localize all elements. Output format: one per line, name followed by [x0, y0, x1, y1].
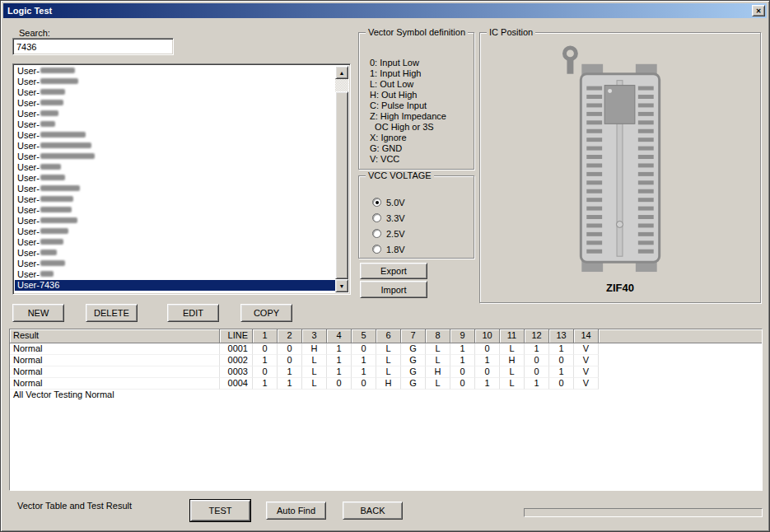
list-item[interactable]: User- — [15, 184, 335, 194]
column-header[interactable]: 7 — [401, 329, 426, 343]
column-header[interactable]: 14 — [574, 329, 599, 343]
table-cell: 0 — [352, 343, 376, 355]
list-item[interactable]: User- — [15, 152, 335, 162]
table-cell: 1 — [549, 366, 574, 378]
column-header[interactable]: 4 — [327, 329, 352, 343]
column-header[interactable]: 12 — [525, 329, 549, 343]
column-header[interactable]: 5 — [352, 329, 376, 343]
vcc-radio-3.3V[interactable]: 3.3V — [372, 210, 405, 226]
table-row[interactable]: Normal000411L00HGL01L10V — [10, 378, 762, 390]
test-button[interactable]: TEST — [190, 500, 250, 521]
export-button[interactable]: Export — [360, 263, 427, 279]
list-item-prefix: User- — [17, 184, 40, 194]
list-item[interactable]: User- — [15, 66, 335, 77]
table-cell: 0 — [278, 355, 302, 366]
list-item[interactable]: User- — [15, 237, 335, 248]
list-item[interactable]: User- — [15, 87, 335, 98]
list-item[interactable]: User- — [15, 162, 335, 173]
vector-symbol-line: OC High or 3S — [370, 122, 446, 133]
scroll-down-button[interactable]: ▼ — [335, 279, 348, 292]
column-header[interactable]: 13 — [549, 329, 574, 343]
table-cell: G — [401, 343, 426, 355]
column-header[interactable]: 10 — [475, 329, 500, 343]
column-header[interactable]: 2 — [278, 329, 302, 343]
column-header[interactable]: 8 — [426, 329, 450, 343]
redacted-text — [40, 185, 80, 191]
vector-symbol-line: X: Ignore — [370, 133, 446, 143]
column-header[interactable]: 3 — [302, 329, 327, 343]
table-cell: 0 — [450, 378, 475, 390]
close-button[interactable]: ✕ — [752, 5, 765, 16]
list-item[interactable]: User- — [15, 269, 335, 280]
redacted-text — [40, 100, 63, 105]
table-cell: 1 — [327, 343, 352, 355]
search-input[interactable] — [12, 38, 174, 55]
table-row[interactable]: Normal000210L11LGL11H00V — [10, 355, 762, 366]
table-row[interactable]: Normal000301L11LGH00L01V — [10, 366, 762, 378]
edit-button[interactable]: EDIT — [167, 304, 219, 322]
list-item-prefix: User- — [17, 248, 40, 258]
radio-label: 2.5V — [386, 229, 405, 239]
table-row[interactable]: Normal000100H10LGL10L11V — [10, 343, 762, 355]
list-item-selected[interactable]: User-7436 — [15, 280, 335, 291]
redacted-text — [40, 142, 91, 148]
list-item-prefix: User- — [17, 162, 40, 172]
list-item[interactable]: User- — [15, 119, 335, 130]
scroll-up-button[interactable]: ▲ — [335, 66, 348, 79]
radio-label: 3.3V — [386, 213, 405, 223]
list-item[interactable]: User- — [15, 259, 335, 269]
table-cell: 1 — [475, 355, 500, 366]
list-item[interactable]: User- — [15, 173, 335, 184]
list-item[interactable]: User- — [15, 77, 335, 87]
table-cell: 0002 — [220, 355, 253, 366]
close-icon: ✕ — [756, 7, 762, 15]
vector-symbol-line: C: Pulse Input — [370, 100, 446, 111]
table-cell: 0 — [278, 343, 302, 355]
list-item[interactable]: User- — [15, 194, 335, 205]
list-item-prefix: User- — [17, 259, 40, 268]
list-scrollbar[interactable]: ▲ ▼ — [335, 66, 348, 292]
list-item[interactable]: User- — [15, 205, 335, 216]
table-cell: 0 — [327, 378, 352, 390]
vcc-radio-1.8V[interactable]: 1.8V — [372, 241, 405, 257]
delete-button[interactable]: DELETE — [86, 304, 138, 322]
table-cell: 1 — [525, 378, 549, 390]
table-cell: 1 — [253, 355, 278, 366]
new-button[interactable]: NEW — [12, 304, 64, 322]
list-item[interactable]: User- — [15, 226, 335, 237]
vector-symbol-group-title: Vector Symbol definition — [366, 27, 468, 38]
column-header[interactable]: LINE — [220, 329, 253, 343]
table-cell: L — [500, 378, 525, 390]
zif-socket-graphic — [538, 40, 702, 278]
preset-list[interactable]: User-User-User-User-User-User-User-User-… — [12, 63, 351, 295]
list-item[interactable]: User- — [15, 109, 335, 119]
import-button[interactable]: Import — [360, 281, 427, 298]
list-item[interactable]: User- — [15, 98, 335, 109]
table-body: Normal000100H10LGL10L11VNormal000210L11L… — [10, 343, 762, 390]
list-item[interactable]: User- — [15, 248, 335, 259]
table-cell: 1 — [253, 378, 278, 390]
redacted-text — [40, 239, 63, 245]
preset-list-items: User-User-User-User-User-User-User-User-… — [15, 66, 335, 292]
vcc-radio-2.5V[interactable]: 2.5V — [372, 226, 405, 241]
scrollbar-thumb[interactable] — [335, 91, 348, 279]
back-button[interactable]: BACK — [343, 502, 403, 520]
column-header[interactable]: 11 — [500, 329, 525, 343]
vector-symbol-line: V: VCC — [370, 154, 446, 165]
list-item[interactable]: User- — [15, 130, 335, 141]
table-cell: 0 — [253, 366, 278, 378]
column-header[interactable]: 1 — [253, 329, 278, 343]
auto-find-button[interactable]: Auto Find — [266, 502, 326, 520]
table-cell: L — [426, 378, 450, 390]
redacted-text — [40, 271, 54, 277]
redacted-text — [40, 132, 86, 138]
list-item[interactable]: User- — [15, 141, 335, 152]
column-header[interactable]: Result — [10, 329, 220, 343]
column-header[interactable]: 9 — [450, 329, 475, 343]
column-header[interactable]: 6 — [376, 329, 401, 343]
copy-button[interactable]: COPY — [240, 304, 292, 322]
table-cell: V — [574, 378, 599, 390]
vcc-radio-5.0V[interactable]: 5.0V — [372, 194, 405, 210]
table-cell: G — [401, 355, 426, 366]
list-item[interactable]: User- — [15, 216, 335, 226]
